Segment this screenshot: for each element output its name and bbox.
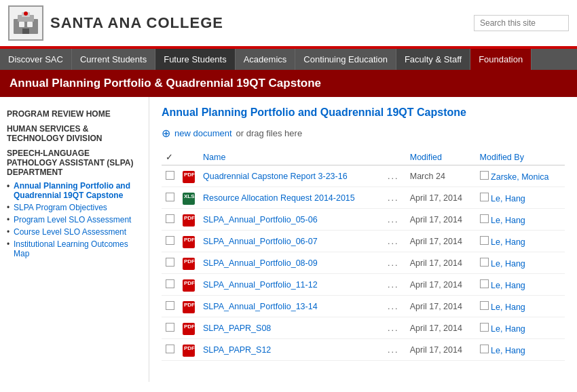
row-checkbox[interactable] — [166, 301, 174, 310]
row-checkbox-cell — [162, 317, 179, 339]
file-modified-cell: April 17, 2014 — [406, 252, 476, 274]
logo-area: SANTA ANA COLLEGE — [8, 5, 223, 41]
main-layout: PROGRAM REVIEW HOME HUMAN SERVICES & TEC… — [0, 97, 577, 382]
modified-by-checkbox[interactable] — [480, 258, 489, 267]
nav-item-continuing-education[interactable]: Continuing Education — [295, 49, 396, 70]
nav-item-discover-sac[interactable]: Discover SAC — [0, 49, 72, 70]
file-name-link[interactable]: SLPA_Annual_Portfolio_06-07 — [203, 237, 318, 246]
sidebar-link-slpa-program[interactable]: SLPA Program Objectives — [7, 201, 142, 214]
college-name: SANTA ANA COLLEGE — [50, 14, 223, 32]
modified-by-checkbox[interactable] — [480, 236, 489, 245]
col-header-modified[interactable]: Modified — [406, 149, 476, 165]
file-modified-cell: April 17, 2014 — [406, 274, 476, 296]
plus-icon: ⊕ — [162, 127, 170, 140]
modified-by-link[interactable]: Zarske, Monica — [489, 172, 549, 182]
file-name-cell: SLPA_Annual_Portfolio_11-12 — [199, 274, 384, 296]
file-modified-by-cell: Le, Hang — [476, 296, 565, 317]
modified-by-checkbox[interactable] — [480, 301, 489, 310]
file-dots-cell[interactable]: ... — [384, 187, 406, 209]
content-title[interactable]: Annual Planning Portfolio and Quadrennia… — [162, 106, 565, 119]
row-checkbox[interactable] — [166, 236, 174, 245]
sidebar-link-annual-planning[interactable]: Annual Planning Portfolio and Quadrennia… — [7, 180, 142, 201]
modified-by-link[interactable]: Le, Hang — [489, 324, 525, 334]
row-checkbox[interactable] — [166, 193, 174, 201]
sidebar: PROGRAM REVIEW HOME HUMAN SERVICES & TEC… — [0, 97, 149, 382]
pdf-icon: PDF — [183, 301, 195, 313]
pdf-icon: PDF — [183, 345, 195, 357]
file-name-cell: SLPA_Annual_Portfolio_06-07 — [199, 231, 384, 252]
modified-by-checkbox[interactable] — [480, 214, 489, 223]
file-dots-cell[interactable]: ... — [384, 317, 406, 339]
table-row: PDFSLPA_Annual_Portfolio_06-07...April 1… — [162, 231, 565, 252]
nav-item-faculty-staff[interactable]: Faculty & Staff — [396, 49, 470, 70]
table-row: PDFSLPA_PAPR_S12...April 17, 2014 Le, Ha… — [162, 339, 565, 361]
file-modified-cell: April 17, 2014 — [406, 317, 476, 339]
file-name-link[interactable]: Resource Allocation Request 2014-2015 — [203, 193, 355, 203]
row-checkbox[interactable] — [166, 345, 174, 353]
file-name-link[interactable]: Quadrennial Capstone Report 3-23-16 — [203, 172, 348, 181]
file-modified-cell: April 17, 2014 — [406, 187, 476, 209]
file-dots-cell[interactable]: ... — [384, 231, 406, 252]
nav-item-future-students[interactable]: Future Students — [155, 49, 236, 70]
svg-rect-4 — [19, 22, 24, 27]
file-name-cell: SLPA_Annual_Portfolio_05-06 — [199, 209, 384, 231]
nav-item-current-students[interactable]: Current Students — [72, 49, 155, 70]
file-name-link[interactable]: SLPA_Annual_Portfolio_08-09 — [203, 258, 318, 268]
modified-by-checkbox[interactable] — [480, 279, 489, 288]
modified-by-link[interactable]: Le, Hang — [489, 259, 525, 269]
file-modified-cell: April 17, 2014 — [406, 339, 476, 361]
row-checkbox[interactable] — [166, 258, 174, 267]
file-dots-cell[interactable]: ... — [384, 296, 406, 317]
file-icon-cell: PDF — [179, 209, 199, 231]
file-name-cell: SLPA_PAPR_S08 — [199, 317, 384, 339]
file-name-link[interactable]: SLPA_Annual_Portfolio_11-12 — [203, 280, 318, 290]
file-name-link[interactable]: SLPA_PAPR_S08 — [203, 324, 271, 333]
col-header-check: ✓ — [162, 149, 179, 165]
file-dots-cell[interactable]: ... — [384, 274, 406, 296]
row-checkbox[interactable] — [166, 323, 174, 332]
modified-by-link[interactable]: Le, Hang — [489, 194, 525, 203]
row-checkbox-cell — [162, 274, 179, 296]
col-header-modified-by[interactable]: Modified By — [476, 149, 565, 165]
file-dots-cell[interactable]: ... — [384, 339, 406, 361]
file-modified-cell: April 17, 2014 — [406, 296, 476, 317]
nav-item-academics[interactable]: Academics — [236, 49, 296, 70]
file-dots-cell[interactable]: ... — [384, 209, 406, 231]
sidebar-heading-program-review[interactable]: PROGRAM REVIEW HOME — [7, 109, 142, 119]
file-modified-by-cell: Zarske, Monica — [476, 165, 565, 187]
file-name-link[interactable]: SLPA_Annual_Portfolio_05-06 — [203, 215, 318, 224]
row-checkbox[interactable] — [166, 214, 174, 223]
file-name-cell: SLPA_PAPR_S12 — [199, 339, 384, 361]
row-checkbox[interactable] — [166, 279, 174, 288]
file-icon-cell: PDF — [179, 231, 199, 252]
modified-by-checkbox[interactable] — [480, 323, 489, 332]
row-checkbox[interactable] — [166, 171, 174, 180]
college-logo-icon — [8, 5, 43, 41]
file-name-link[interactable]: SLPA_PAPR_S12 — [203, 345, 271, 355]
file-dots-cell[interactable]: ... — [384, 165, 406, 187]
modified-by-link[interactable]: Le, Hang — [489, 281, 525, 290]
pdf-icon: PDF — [183, 171, 195, 183]
modified-by-link[interactable]: Le, Hang — [489, 302, 525, 312]
sidebar-link-course-level-slo[interactable]: Course Level SLO Assessment — [7, 226, 142, 238]
modified-by-link[interactable]: Le, Hang — [489, 237, 525, 247]
sidebar-link-ilo-map[interactable]: Institutional Learning Outcomes Map — [7, 238, 142, 260]
file-dots-cell[interactable]: ... — [384, 252, 406, 274]
col-header-name[interactable]: Name — [199, 149, 384, 165]
table-row: PDFSLPA_Annual_Portfolio_11-12...April 1… — [162, 274, 565, 296]
modified-by-checkbox[interactable] — [480, 193, 489, 201]
modified-by-checkbox[interactable] — [480, 171, 489, 180]
nav-item-foundation[interactable]: Foundation — [470, 49, 532, 70]
file-modified-cell: April 17, 2014 — [406, 209, 476, 231]
file-name-link[interactable]: SLPA_Annual_Portfolio_13-14 — [203, 302, 318, 311]
file-icon-cell: PDF — [179, 274, 199, 296]
search-input[interactable] — [474, 15, 569, 31]
sidebar-link-program-level-slo[interactable]: Program Level SLO Assessment — [7, 214, 142, 226]
modified-by-link[interactable]: Le, Hang — [489, 346, 525, 355]
new-document-link[interactable]: new document — [174, 128, 232, 138]
modified-by-link[interactable]: Le, Hang — [489, 216, 525, 225]
file-icon-cell: PDF — [179, 339, 199, 361]
file-icon-cell: PDF — [179, 165, 199, 187]
file-list: PDFQuadrennial Capstone Report 3-23-16..… — [162, 165, 565, 361]
modified-by-checkbox[interactable] — [480, 345, 489, 353]
